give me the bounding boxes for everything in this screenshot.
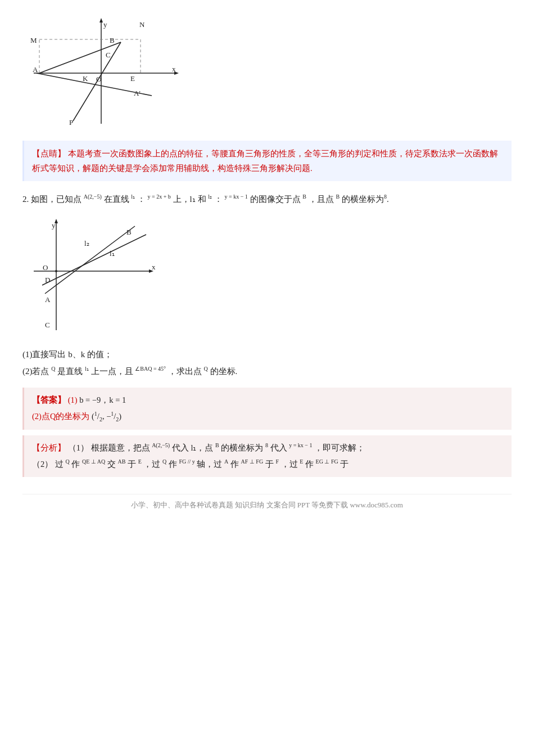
- subq2: (2)若点 Q 是直线 l₁ 上一点，且 ∠BAQ = 45° ，求出点 Q 的…: [22, 363, 512, 380]
- svg-text:M: M: [30, 36, 37, 44]
- analysis-A: A(2,−5): [152, 442, 170, 448]
- analysis-step2-label: （2）: [32, 460, 53, 469]
- subq2-angle: ∠BAQ = 45°: [135, 366, 166, 372]
- answer-label: 【答案】: [32, 395, 66, 404]
- svg-text:l₁: l₁: [110, 249, 115, 258]
- problem2-text: 2. 如图，已知点 A(2,−5) 在直线 l₁ ： y = 2x + b 上，…: [22, 191, 512, 208]
- footer-text: 小学、初中、高中各种试卷真题 知识归纳 文案合同 PPT 等免费下载 www.d…: [131, 501, 403, 509]
- svg-text:B: B: [110, 36, 115, 44]
- diagram2: y B l₂ l₁ O D x A C: [22, 218, 157, 336]
- analysis-eq: y = kx − 1: [289, 442, 312, 448]
- l2-label: l₂: [208, 194, 212, 200]
- problem-number: 2.: [22, 195, 29, 204]
- svg-text:O: O: [43, 263, 48, 272]
- svg-text:E: E: [130, 74, 135, 83]
- eq-l2: y = kx − 1: [225, 194, 248, 200]
- svg-text:A: A: [33, 65, 38, 74]
- svg-text:C: C: [106, 51, 111, 59]
- analysis-B: B: [215, 442, 219, 448]
- subq2-Q2: Q: [204, 366, 208, 372]
- l1-label: l₁: [131, 194, 135, 200]
- highlight-box: 【点睛】 本题考查一次函数图象上的点的特征，等腰直角三角形的性质，全等三角形的判…: [22, 141, 512, 181]
- svg-text:x: x: [172, 65, 176, 73]
- svg-marker-3: [99, 18, 103, 22]
- subq2-l1: l₁: [85, 366, 89, 372]
- ans1: b = −9，k = 1: [79, 395, 126, 404]
- svg-point-37: [55, 270, 57, 272]
- point-B2: B: [336, 194, 340, 200]
- footer: 小学、初中、高中各种试卷真题 知识归纳 文案合同 PPT 等免费下载 www.d…: [22, 494, 512, 510]
- svg-text:P: P: [69, 118, 73, 127]
- ans2-label: (2)点Q的坐标为: [32, 412, 89, 421]
- point-A-label: A(2,−5): [84, 194, 102, 200]
- subq2-Q: Q: [51, 366, 55, 372]
- svg-text:x: x: [152, 263, 156, 271]
- svg-text:A': A': [134, 89, 141, 97]
- analysis-label: 【分析】: [32, 443, 66, 452]
- answer-box: 【答案】 (1) b = −9，k = 1 (2)点Q的坐标为 (1/2, −1…: [22, 388, 512, 430]
- svg-text:y: y: [52, 221, 56, 230]
- svg-text:y: y: [103, 20, 107, 29]
- svg-text:C: C: [45, 321, 50, 329]
- page-content: M y B N C A K O E x A' P 【点睛】 本题考查一次函数图象…: [22, 17, 512, 510]
- svg-text:l₂: l₂: [84, 239, 89, 248]
- diagram1: M y B N C A K O E x A' P: [22, 17, 180, 129]
- svg-text:A: A: [45, 295, 51, 304]
- problem-intro: 如图，已知点: [31, 195, 82, 204]
- ans1-label: (1): [68, 395, 78, 404]
- highlight-text: 本题考查一次函数图象上的点的特征，等腰直角三角形的性质，全等三角形的判定和性质，…: [32, 149, 498, 173]
- analysis-box: 【分析】 （1） 根据题意，把点 A(2,−5) 代入 l₁，点 B 的横坐标为…: [22, 435, 512, 477]
- svg-line-26: [42, 235, 146, 285]
- svg-text:O: O: [96, 75, 101, 83]
- svg-text:D: D: [45, 276, 50, 284]
- eq-l1: y = 2x + b: [148, 194, 171, 200]
- point-B: B: [302, 194, 306, 200]
- svg-text:K: K: [83, 74, 88, 83]
- subq1: (1)直接写出 b、k 的值；: [22, 346, 512, 363]
- analysis-step1-label: （1）: [68, 443, 89, 452]
- sub-questions: (1)直接写出 b、k 的值； (2)若点 Q 是直线 l₁ 上一点，且 ∠BA…: [22, 346, 512, 380]
- svg-text:B: B: [126, 228, 132, 236]
- analysis-step1: 根据题意，把点: [91, 443, 150, 452]
- svg-line-27: [45, 226, 135, 294]
- svg-text:N: N: [139, 20, 145, 29]
- highlight-label: 【点睛】: [32, 149, 66, 158]
